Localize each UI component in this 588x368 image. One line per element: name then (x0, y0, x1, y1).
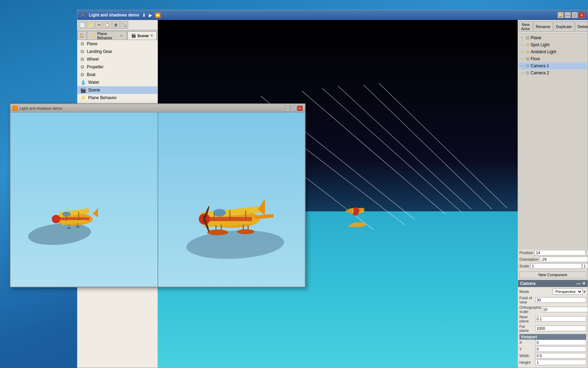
properties-panel: Position Orientation S (518, 248, 588, 280)
cam-far-input[interactable] (535, 326, 586, 331)
svg-point-36 (207, 230, 228, 235)
svg-rect-35 (206, 217, 252, 221)
scale-values (531, 263, 588, 269)
cam-ortho-input[interactable] (542, 307, 588, 312)
vp-h-label: Height (519, 360, 535, 364)
rename-button[interactable]: Rename (533, 21, 553, 32)
tab-plane-behavior[interactable]: ⚡ Plane Behavior ✕ (87, 31, 127, 40)
camera-panel-header: Camera — ✕ (518, 280, 588, 287)
tab-scene[interactable]: 🎬 Scene ✕ (127, 31, 157, 40)
tree-item-boat[interactable]: ⚙ Boat (77, 71, 158, 79)
title-bar: 🎮 Light and shadows demo ⬇ ▶ ⏩ 🔔 — □ ✕ (77, 10, 588, 20)
tree-item-plane-behavior[interactable]: ⚡ Plane Behavior (77, 94, 158, 102)
svg-rect-21 (58, 217, 89, 220)
cam-mode-row: Mode Perspective ▼ (519, 288, 586, 295)
actor-item-camera1[interactable]: — ⊟ Camera 1 (519, 62, 587, 69)
actor-item-spot-light[interactable]: — ⊟ Spot Light (519, 41, 587, 48)
cam-mode-dropdown-icon: ▼ (583, 290, 586, 294)
svg-point-28 (62, 212, 71, 217)
new-actor-button[interactable]: New Actor (519, 21, 533, 32)
vp-w-row: Width (519, 353, 586, 359)
tree-label-propeller: Propeller (87, 64, 104, 69)
edit-button[interactable]: ✏ (95, 21, 103, 29)
scale-x[interactable] (531, 263, 582, 269)
svg-line-5 (338, 86, 471, 209)
preview-app-icon (13, 106, 18, 111)
tree-item-plane[interactable]: ⚙ Plane (77, 40, 158, 48)
close-button[interactable]: ✕ (579, 12, 585, 18)
orientation-x[interactable] (540, 257, 588, 262)
tree-item-water[interactable]: 💧 Water (77, 79, 158, 86)
new-file-button[interactable]: 📄 (78, 21, 86, 29)
tree-label-plane-behavior: Plane Behavior (88, 95, 117, 100)
vp-h-input[interactable] (535, 360, 586, 365)
tree-icon-wheel: ⚙ (80, 56, 85, 62)
svg-line-3 (302, 91, 446, 214)
position-y[interactable] (586, 250, 588, 255)
actor-item-camera2[interactable]: — ⊟ Camera 2 (519, 69, 587, 76)
actor-item-ambient-light[interactable]: — ⊟ Ambient Light (519, 48, 587, 55)
airplane-3d (342, 200, 370, 222)
svg-rect-15 (352, 208, 354, 213)
tree-item-propeller[interactable]: ⚙ Propeller (77, 63, 158, 71)
preview-close[interactable]: ✕ (297, 105, 303, 111)
tree-item-wheel[interactable]: ⚙ Wheel (77, 55, 158, 63)
svg-line-7 (379, 83, 507, 208)
actor-label-ambient-light: Ambient Light (531, 49, 556, 54)
minimize-button[interactable]: 🔔 (558, 12, 564, 18)
actor-icon-plane: ⊟ (526, 35, 529, 40)
search-hierarchy-button[interactable]: 🔍 (120, 21, 128, 29)
expand-camera1: — (521, 64, 524, 68)
scale-y[interactable] (582, 263, 588, 269)
cam-ortho-row: Orthographic scale (519, 305, 586, 314)
actors-toolbar: New Actor Rename Duplicate Delete (518, 20, 588, 34)
expand-plane: + (521, 36, 524, 40)
airplane-right-view (176, 184, 288, 255)
new-component-button[interactable]: New Component (519, 271, 586, 278)
vp-w-input[interactable] (535, 353, 586, 359)
restore-button[interactable]: — (565, 12, 571, 18)
tree-icon-propeller: ⚙ (80, 64, 85, 70)
maximize-button[interactable]: □ (572, 12, 578, 18)
position-label: Position (519, 251, 533, 255)
preview-minimize[interactable]: — (285, 105, 290, 111)
tree-item-landing-gear[interactable]: ⚙ Landing Gear (77, 48, 158, 55)
vp-y-input[interactable] (535, 346, 586, 352)
tab-scene-close[interactable]: ✕ (150, 34, 153, 38)
actor-item-plane[interactable]: + ⊟ Plane (519, 34, 587, 41)
camera-panel: Camera — ✕ Mode Perspective ▼ (518, 280, 588, 368)
delete-actor-button[interactable]: Delete (575, 21, 588, 32)
title-bar-icon-download[interactable]: ⬇ (142, 13, 146, 18)
tree-item-scene[interactable]: 🎬 Scene (77, 86, 158, 94)
cam-near-input[interactable] (535, 316, 586, 322)
tab-plane-behavior-close[interactable]: ✕ (120, 34, 123, 38)
open-folder-button[interactable]: 📁 (87, 21, 94, 29)
actor-icon-ambient-light: ⊟ (526, 49, 529, 54)
preview-right-viewport[interactable] (158, 113, 305, 287)
title-bar-icon-play[interactable]: ▶ (149, 13, 152, 18)
vp-y-row: Y (519, 346, 586, 352)
cam-mode-select[interactable]: Perspective (553, 288, 583, 295)
actor-icon-camera1: ⊟ (526, 63, 529, 68)
title-bar-icon-forward[interactable]: ⏩ (155, 13, 161, 18)
preview-left-viewport[interactable] (10, 113, 158, 287)
tab-scene-label: Scene (138, 34, 149, 38)
position-x[interactable] (534, 250, 586, 255)
home-tab[interactable]: 🏠 (77, 31, 86, 40)
vp-x-input[interactable] (535, 340, 586, 345)
orientation-row: Orientation (519, 257, 586, 262)
cam-fov-input[interactable] (535, 297, 586, 303)
duplicate-button[interactable]: Duplicate (553, 21, 574, 32)
tree-label-landing-gear: Landing Gear (87, 49, 112, 54)
airplane-left-view (38, 195, 108, 245)
preview-maximize[interactable]: □ (291, 105, 296, 111)
tab-scene-icon: 🎬 (131, 33, 136, 38)
camera-panel-minimize[interactable]: — (576, 281, 581, 286)
copy-button[interactable]: 📋 (104, 21, 111, 29)
actor-icon-camera2: ⊟ (526, 70, 529, 75)
tree-icon-water: 💧 (80, 80, 86, 85)
delete-hierarchy-button[interactable]: 🗑 (112, 21, 120, 29)
actor-item-floor[interactable]: — ⊟ Floor (519, 55, 587, 62)
camera-panel-close[interactable]: ✕ (582, 281, 586, 286)
cam-near-row: Near plane (519, 315, 586, 323)
